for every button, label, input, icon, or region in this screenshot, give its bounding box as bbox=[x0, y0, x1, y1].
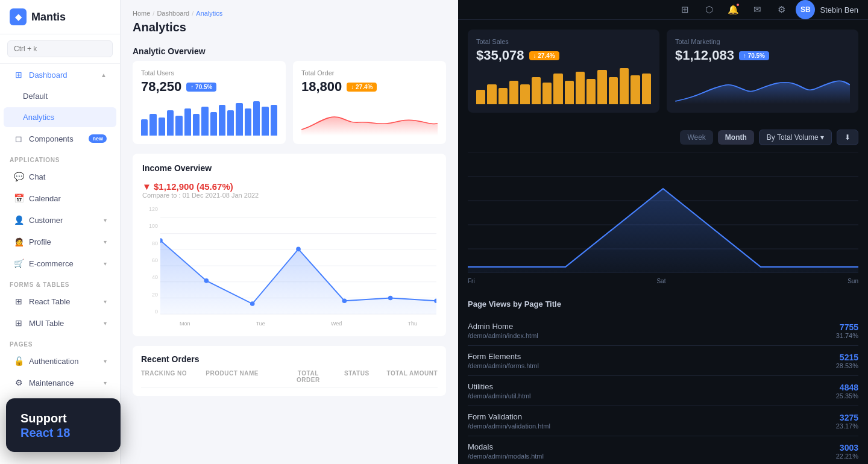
mui-icon: ⊞ bbox=[13, 318, 24, 328]
volume-label: By Total Volume ▾ bbox=[767, 133, 824, 142]
page-view-item: Form Elements /demo/admin/forms.html 521… bbox=[468, 346, 858, 376]
x-label: Fri bbox=[468, 278, 475, 284]
x-label: Sun bbox=[848, 278, 858, 284]
breadcrumb-sep: / bbox=[153, 10, 154, 17]
chevron-down-icon: ▾ bbox=[104, 320, 107, 327]
chevron-down-icon: ▾ bbox=[104, 380, 107, 386]
bar bbox=[631, 75, 640, 104]
support-react: React 18 bbox=[20, 426, 106, 440]
badge-up: ↑ 70.5% bbox=[739, 51, 769, 60]
sidebar-item-authentication[interactable]: 🔓 Authentication ▾ bbox=[4, 351, 116, 371]
value-text: $1,12,083 bbox=[675, 48, 734, 63]
page-view-item: Admin Home /demo/admin/index.html 7755 3… bbox=[468, 316, 858, 346]
chat-icon: 💬 bbox=[13, 172, 24, 181]
col-order: Total Order bbox=[287, 370, 330, 383]
sidebar-item-analytics[interactable]: Analytics bbox=[4, 107, 116, 127]
metric-card-users: Total Users 78,250 ↑ 70.5% bbox=[133, 61, 286, 144]
mail-icon[interactable]: ✉ bbox=[747, 0, 767, 19]
sidebar-label: Authentication bbox=[29, 357, 78, 366]
sidebar-label: Profile bbox=[29, 237, 51, 246]
recent-orders-title: Recent Orders bbox=[141, 354, 438, 364]
pv-title: Utilities bbox=[468, 382, 531, 391]
svg-point-12 bbox=[388, 296, 393, 301]
bar bbox=[576, 72, 585, 104]
breadcrumb-home[interactable]: Home bbox=[133, 10, 150, 17]
notification-dot bbox=[735, 2, 740, 7]
bar bbox=[520, 84, 529, 104]
pv-pct: 23.17% bbox=[836, 422, 858, 430]
sidebar-item-mui-table[interactable]: ⊞ MUI Table ▾ bbox=[4, 313, 116, 333]
sidebar-item-dashboard[interactable]: ⊞ Dashboard ▲ bbox=[4, 64, 116, 85]
search-input[interactable] bbox=[7, 40, 113, 57]
sidebar-item-default[interactable]: Default bbox=[4, 86, 116, 106]
page-views-title: Page Views by Page Title bbox=[468, 299, 858, 309]
volume-btn[interactable]: By Total Volume ▾ bbox=[759, 130, 832, 145]
sidebar-item-profile[interactable]: 🙍 Profile ▾ bbox=[4, 231, 116, 252]
y-label: 20 bbox=[142, 292, 160, 298]
y-label: 80 bbox=[142, 240, 160, 246]
sidebar-item-components[interactable]: ◻ Components new bbox=[4, 128, 116, 149]
area-svg-marketing bbox=[675, 68, 850, 104]
avatar: SB bbox=[796, 0, 815, 19]
bar bbox=[609, 77, 618, 104]
chevron-down-icon: ▾ bbox=[104, 298, 107, 305]
bar bbox=[219, 105, 225, 136]
browser-icon[interactable]: ⬡ bbox=[699, 0, 719, 19]
dark-panel: ⊞ ⬡ 🔔 ✉ ⚙ SB Stebin Ben Total Sales $35,… bbox=[458, 0, 868, 464]
sidebar-label: React Table bbox=[29, 297, 70, 306]
logo[interactable]: ◆ Mantis bbox=[0, 0, 120, 34]
bar bbox=[487, 84, 496, 104]
sidebar-item-maintenance[interactable]: ⚙ Maintenance ▾ bbox=[4, 372, 116, 393]
bar bbox=[620, 68, 629, 104]
chevron-down-icon: ▾ bbox=[104, 358, 107, 365]
breadcrumb: Home / Dashboard / Analytics bbox=[133, 10, 446, 17]
pv-pct: 22.21% bbox=[836, 453, 858, 460]
income-svg bbox=[160, 206, 436, 327]
pv-count: 7755 bbox=[836, 322, 858, 332]
dark-income-svg bbox=[468, 152, 858, 273]
pv-url: /demo/admin/index.html bbox=[468, 332, 538, 339]
pv-url: /demo/admin/forms.html bbox=[468, 362, 539, 369]
user-name: Stebin Ben bbox=[820, 5, 858, 14]
pv-title: Form Elements bbox=[468, 352, 539, 361]
table-icon: ⊞ bbox=[13, 296, 24, 306]
calendar-icon: 📅 bbox=[13, 193, 24, 203]
bar bbox=[159, 118, 165, 136]
notifications-icon[interactable]: 🔔 bbox=[723, 0, 743, 19]
metric-cards-dark: Total Sales $35,078 ↓ 27.4% bbox=[458, 20, 868, 122]
download-btn[interactable]: ⬇ bbox=[837, 130, 858, 145]
metric-label: Total Users bbox=[141, 69, 277, 77]
area-chart-orders bbox=[301, 99, 438, 136]
bar bbox=[201, 107, 208, 136]
bar bbox=[262, 107, 268, 136]
sidebar-item-ecommerce[interactable]: 🛒 E-commerce ▾ bbox=[4, 253, 116, 274]
user-avatar[interactable]: SB Stebin Ben bbox=[796, 0, 858, 19]
sidebar-label: Customer bbox=[29, 216, 63, 225]
y-label: 40 bbox=[142, 274, 160, 280]
pv-url: /demo/admin/util.html bbox=[468, 392, 531, 400]
bar bbox=[597, 70, 606, 104]
pv-pct: 25.35% bbox=[836, 392, 858, 400]
area-svg bbox=[301, 99, 438, 136]
ecommerce-icon: 🛒 bbox=[13, 259, 24, 268]
week-btn[interactable]: Week bbox=[680, 130, 712, 145]
breadcrumb-dashboard[interactable]: Dashboard bbox=[157, 10, 189, 17]
x-label: Wed bbox=[331, 321, 342, 327]
metric-value: $1,12,083 ↑ 70.5% bbox=[675, 48, 850, 63]
sidebar-item-customer[interactable]: 👤 Customer ▾ bbox=[4, 210, 116, 230]
settings-icon[interactable]: ⚙ bbox=[772, 0, 791, 19]
sidebar-item-react-table[interactable]: ⊞ React Table ▾ bbox=[4, 291, 116, 312]
month-btn[interactable]: Month bbox=[718, 130, 754, 145]
bar bbox=[642, 74, 651, 104]
sidebar-item-calendar[interactable]: 📅 Calendar bbox=[4, 188, 116, 208]
pv-pct: 28.53% bbox=[836, 362, 858, 369]
sidebar-item-chat[interactable]: 💬 Chat bbox=[4, 166, 116, 187]
x-axis: Mon Tue Wed Thu bbox=[160, 318, 436, 327]
chart-controls: Week Month By Total Volume ▾ ⬇ bbox=[468, 130, 858, 145]
bar bbox=[227, 110, 234, 136]
income-value: ▼ $1,12,900 (45.67%) bbox=[142, 181, 436, 192]
y-label: 120 bbox=[142, 206, 160, 212]
apps-icon[interactable]: ⊞ bbox=[675, 0, 694, 19]
section-pages: Pages bbox=[0, 334, 120, 350]
metric-cards-light: Total Users 78,250 ↑ 70.5% bbox=[121, 61, 458, 154]
